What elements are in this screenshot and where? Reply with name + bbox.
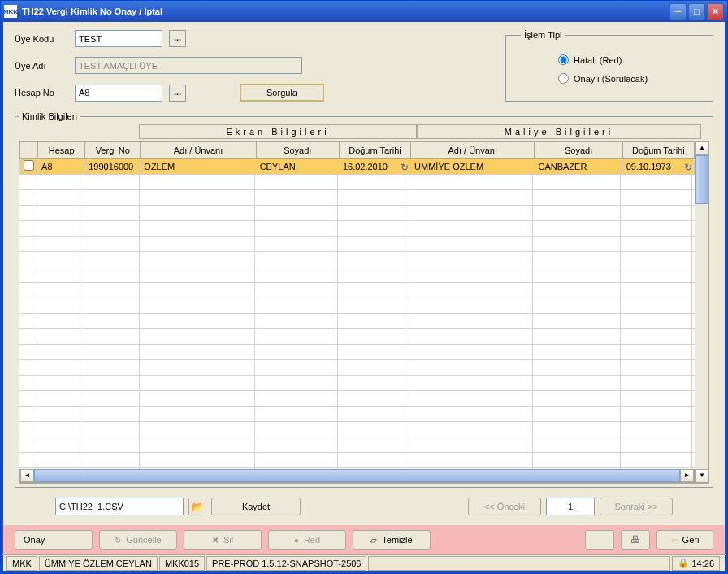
hatali-label: Hatalı (Red) — [574, 55, 622, 65]
folder-icon: 📂 — [191, 501, 204, 513]
status-version: PRE-PROD 1.5.12-SNAPSHOT-2506 — [206, 556, 366, 571]
row-checkbox[interactable] — [24, 160, 34, 171]
ekran-bilgileri-header: Ekran Bilgileri — [139, 124, 417, 139]
maximize-button[interactable]: □ — [688, 3, 705, 20]
hatali-radio[interactable] — [558, 54, 569, 65]
arrow-left-icon: ⇦ — [671, 536, 678, 545]
col-m-adi-unvani[interactable]: Adı / Ünvanı — [411, 142, 535, 159]
status-bar: MKK ÜMMİYE ÖZLEM CEYLAN MKK015 PRE-PROD … — [1, 554, 727, 573]
page-number-input[interactable] — [546, 498, 595, 515]
cell-hesap: A8 — [38, 159, 85, 175]
eraser-icon: ▱ — [370, 536, 377, 545]
maliye-bilgileri-header: Maliye Bilgileri — [417, 124, 701, 139]
printer-icon: 🖶 — [630, 534, 640, 546]
print-button[interactable]: 🖶 — [621, 530, 650, 550]
kimlik-bilgileri-group: Kimlik Bilgileri Ekran Bilgileri Maliye … — [15, 111, 713, 488]
temizle-button[interactable]: ▱Temizle — [353, 530, 431, 550]
status-user: ÜMMİYE ÖZLEM CEYLAN — [39, 556, 158, 571]
uye-kodu-lookup-button[interactable]: ... — [169, 30, 186, 47]
blank-button[interactable] — [585, 530, 614, 550]
uye-adi-input — [75, 57, 302, 74]
vertical-scrollbar[interactable]: ▲ ▼ — [696, 141, 709, 484]
minimize-button[interactable]: ─ — [670, 3, 687, 20]
status-code: MKK015 — [159, 556, 205, 571]
onayli-label: Onaylı (Sorulacak) — [574, 74, 648, 84]
cell-adi: ÖZLEM — [141, 159, 256, 175]
data-table[interactable]: Hesap Vergi No Adı / Ünvanı Soyadı Doğum… — [19, 141, 696, 484]
uye-adi-label: Üye Adı — [15, 61, 68, 71]
col-dogum-tarihi[interactable]: Doğum Tarihi — [339, 142, 410, 159]
onayli-radio[interactable] — [558, 73, 569, 84]
red-button[interactable]: ●Red — [268, 530, 346, 550]
vscroll-thumb[interactable] — [696, 155, 708, 204]
kimlik-legend: Kimlik Bilgileri — [19, 111, 80, 121]
hesap-no-lookup-button[interactable]: ... — [169, 85, 186, 102]
refresh-icon[interactable]: ↻ — [401, 162, 409, 173]
hesap-no-input[interactable] — [75, 85, 162, 102]
cell-m-dogum: 09.10.1973 — [626, 162, 671, 172]
geri-button[interactable]: ⇦Geri — [656, 530, 713, 550]
cell-dogum: 16.02.2010 — [343, 162, 388, 172]
lock-icon: 🔒 — [678, 558, 689, 568]
col-m-soyadi[interactable]: Soyadı — [535, 142, 622, 159]
browse-button[interactable]: 📂 — [188, 498, 206, 515]
cell-vergi-no: 199016000 — [85, 159, 141, 175]
col-vergi-no[interactable]: Vergi No — [85, 142, 141, 159]
onceki-button[interactable]: << Önceki — [468, 498, 541, 515]
scroll-right-button[interactable]: ► — [680, 469, 694, 482]
file-path-display: C:\TH22_1.CSV — [55, 498, 184, 515]
guncelle-button[interactable]: ↻Güncelle — [99, 530, 177, 550]
col-hesap[interactable]: Hesap — [38, 142, 85, 159]
col-m-dogum-tarihi[interactable]: Doğum Tarihi — [622, 142, 694, 159]
hscroll-thumb[interactable] — [34, 469, 680, 482]
refresh-icon[interactable]: ↻ — [684, 162, 692, 173]
col-checkbox — [20, 142, 38, 159]
col-soyadi[interactable]: Soyadı — [256, 142, 339, 159]
scroll-left-button[interactable]: ◄ — [20, 469, 34, 482]
sonraki-button[interactable]: Sonraki >> — [600, 498, 673, 515]
onay-button[interactable]: Onay — [15, 530, 93, 550]
islem-tipi-group: İşlem Tipi Hatalı (Red) Onaylı (Sorulaca… — [505, 30, 713, 102]
scroll-down-button[interactable]: ▼ — [696, 469, 708, 483]
islem-tipi-legend: İşlem Tipi — [521, 30, 565, 40]
uye-kodu-input[interactable] — [75, 30, 162, 47]
cell-m-adi: ÜMMİYE ÖZLEM — [411, 159, 535, 175]
empty-grid-area — [20, 175, 695, 469]
close-button[interactable]: ✕ — [707, 3, 724, 20]
table-row[interactable]: A8 199016000 ÖZLEM CEYLAN 16.02.2010 ↻ Ü… — [20, 159, 695, 175]
status-app: MKK — [6, 556, 37, 571]
titlebar: MKK TH22 Vergi Kimlik No Onay / İptal ─ … — [1, 1, 727, 22]
circle-icon: ● — [294, 536, 299, 545]
action-toolbar: Onay ↻Güncelle ✖Sil ●Red ▱Temizle 🖶 ⇦Ger… — [1, 525, 727, 554]
sorgula-button[interactable]: Sorgula — [240, 84, 324, 102]
horizontal-scrollbar[interactable]: ◄ ► — [20, 469, 695, 483]
window: MKK TH22 Vergi Kimlik No Onay / İptal ─ … — [0, 0, 728, 574]
kaydet-button[interactable]: Kaydet — [211, 498, 301, 515]
delete-icon: ✖ — [212, 536, 219, 545]
refresh-icon: ↻ — [115, 536, 121, 545]
sil-button[interactable]: ✖Sil — [184, 530, 262, 550]
uye-kodu-label: Üye Kodu — [15, 34, 68, 44]
cell-m-soyadi: CANBAZER — [535, 159, 622, 175]
window-title: TH22 Vergi Kimlik No Onay / İptal — [22, 7, 670, 16]
app-icon: MKK — [4, 5, 17, 18]
status-spacer — [368, 556, 670, 571]
cell-soyadi: CEYLAN — [256, 159, 339, 175]
scroll-up-button[interactable]: ▲ — [696, 141, 708, 155]
col-adi-unvani[interactable]: Adı / Ünvanı — [141, 142, 256, 159]
hesap-no-label: Hesap No — [15, 88, 68, 98]
status-time: 🔒 14:26 — [672, 556, 720, 571]
